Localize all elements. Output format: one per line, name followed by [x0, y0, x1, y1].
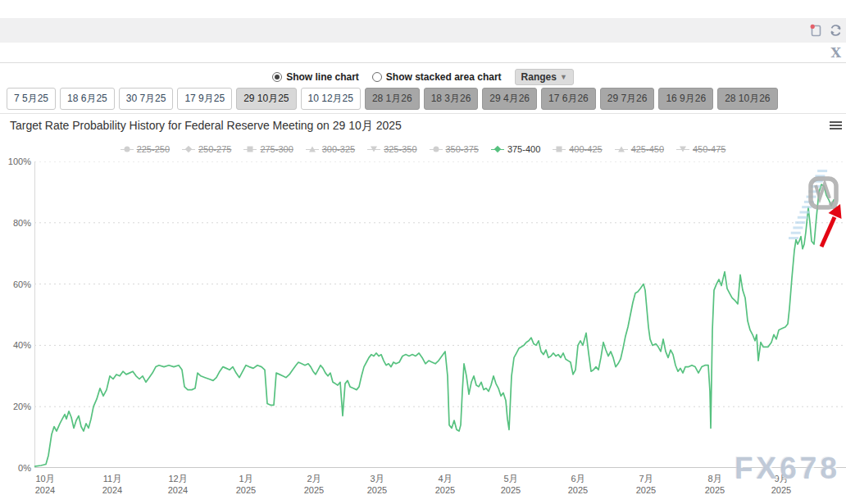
legend-item-400-425[interactable]: 400-425 — [553, 144, 602, 154]
y-axis-label: 40% — [0, 340, 31, 350]
radio-selected-icon[interactable] — [272, 72, 282, 82]
tab-meeting-29-7月26[interactable]: 29 7月26 — [600, 88, 655, 110]
tab-meeting-17-9月25[interactable]: 17 9月25 — [177, 88, 232, 110]
meeting-date-tabs: 7 5月2518 6月2530 7月2517 9月2529 10月2510 12… — [7, 88, 778, 110]
tab-meeting-16-9月26[interactable]: 16 9月26 — [658, 88, 713, 110]
legend-marker-tri-up — [306, 146, 319, 153]
refresh-icon[interactable] — [829, 24, 843, 40]
legend-label: 225-250 — [137, 144, 170, 154]
x-axis-label: 11月2024 — [80, 473, 145, 496]
legend-marker-square — [243, 146, 257, 153]
legend-marker-square — [553, 146, 566, 153]
show-stacked-area-label: Show stacked area chart — [386, 71, 502, 83]
share-strip: X — [0, 43, 846, 63]
tab-meeting-30-7月25[interactable]: 30 7月25 — [119, 88, 174, 110]
legend-label: 450-475 — [693, 144, 725, 154]
chevron-down-icon: ▼ — [560, 73, 567, 81]
legend-item-425-450[interactable]: 425-450 — [615, 144, 664, 154]
x-axis-label: 4月2025 — [412, 473, 478, 496]
trend-arrow-annotation — [821, 204, 842, 247]
probability-line-chart[interactable] — [34, 161, 846, 468]
tab-meeting-29-4月26[interactable]: 29 4月26 — [482, 88, 537, 110]
ranges-dropdown[interactable]: Ranges ▼ — [515, 69, 574, 85]
x-axis-label: 3月2025 — [344, 473, 410, 496]
legend-label: 250-275 — [198, 144, 231, 154]
tab-meeting-28-10月26[interactable]: 28 10月26 — [717, 88, 777, 110]
legend-item-325-350[interactable]: 325-350 — [367, 144, 416, 154]
y-axis-label: 60% — [0, 279, 31, 289]
fx678-watermark: FX678 — [735, 452, 840, 486]
annotation-overlay — [736, 161, 846, 270]
page: X Show line chart Show stacked area char… — [0, 0, 846, 504]
divider — [0, 113, 846, 114]
x-axis-label: 7月2025 — [613, 473, 679, 496]
legend-marker-circle — [430, 146, 443, 153]
legend-marker-tri-down — [676, 146, 689, 153]
tab-meeting-29-10月25[interactable]: 29 10月25 — [236, 88, 296, 110]
legend-item-250-275[interactable]: 250-275 — [182, 144, 231, 154]
tab-meeting-17-6月26[interactable]: 17 6月26 — [541, 88, 596, 110]
legend-marker-circle — [121, 146, 134, 153]
legend-label: 350-375 — [446, 144, 479, 154]
legend-marker-diamond — [491, 146, 504, 153]
legend-marker-diamond — [182, 146, 195, 153]
legend-item-375-400[interactable]: 375-400 — [491, 144, 540, 154]
x-axis-label: 2月2025 — [281, 473, 347, 496]
tab-meeting-10-12月25[interactable]: 10 12月25 — [301, 88, 361, 110]
y-axis-label: 0% — [0, 463, 31, 473]
y-axis-label: 20% — [0, 402, 31, 411]
x-axis-label: 1月2025 — [213, 473, 279, 496]
x-axis-label: 10月2024 — [12, 473, 78, 496]
show-stacked-area-radio[interactable]: Show stacked area chart — [372, 71, 502, 83]
legend-label: 400-425 — [569, 144, 602, 154]
legend-label: 375-400 — [507, 144, 540, 154]
x-share-icon[interactable]: X — [831, 45, 841, 61]
x-axis: 10月202411月202412月20241月20252月20253月20254… — [34, 473, 846, 499]
chart-title: Target Rate Probability History for Fede… — [10, 119, 402, 134]
legend-item-350-375[interactable]: 350-375 — [430, 144, 479, 154]
browser-toolbar — [0, 18, 846, 43]
legend-marker-tri-down — [367, 146, 380, 153]
snapshot-icon[interactable] — [810, 24, 822, 40]
legend-item-225-250[interactable]: 225-250 — [121, 144, 170, 154]
legend-label: 275-300 — [260, 144, 293, 154]
tab-meeting-7-5月25[interactable]: 7 5月25 — [7, 88, 56, 110]
chart-controls: Show line chart Show stacked area chart … — [0, 69, 846, 85]
legend-item-300-325[interactable]: 300-325 — [306, 144, 355, 154]
legend-item-275-300[interactable]: 275-300 — [243, 144, 293, 154]
legend-label: 300-325 — [322, 144, 355, 154]
tab-meeting-18-6月25[interactable]: 18 6月25 — [60, 88, 115, 110]
export-menu-icon[interactable] — [830, 121, 842, 131]
x-axis-label: 12月2024 — [145, 473, 211, 496]
legend-item-450-475[interactable]: 450-475 — [676, 144, 725, 154]
legend-marker-tri-up — [615, 146, 628, 153]
legend-label: 425-450 — [631, 144, 664, 154]
legend-label: 325-350 — [384, 144, 416, 154]
ranges-label: Ranges — [521, 71, 557, 83]
radio-unselected-icon[interactable] — [372, 72, 382, 82]
tab-meeting-18-3月26[interactable]: 18 3月26 — [424, 88, 479, 110]
x-axis-label: 6月2025 — [545, 473, 611, 496]
tab-meeting-28-1月26[interactable]: 28 1月26 — [365, 88, 420, 110]
y-axis-label: 80% — [0, 218, 31, 228]
y-axis-label: 100% — [0, 157, 31, 166]
q-logo-watermark — [811, 179, 838, 211]
show-line-chart-label: Show line chart — [286, 71, 359, 83]
legend: 225-250250-275275-300300-325325-350350-3… — [0, 144, 846, 154]
x-axis-label: 5月2025 — [478, 473, 544, 496]
show-line-chart-radio[interactable]: Show line chart — [272, 71, 359, 83]
